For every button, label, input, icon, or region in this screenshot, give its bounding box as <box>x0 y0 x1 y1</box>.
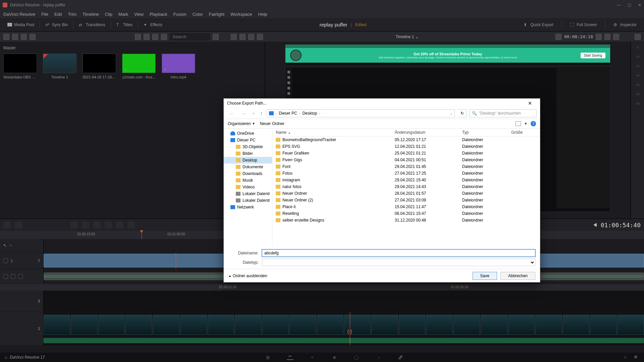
page-media[interactable]: ▦ <box>265 355 271 360</box>
file-row[interactable]: Feuer Grafiken25.04.2021 01:21Dateiordne… <box>272 150 540 157</box>
list-view-icon[interactable] <box>152 34 158 40</box>
settings-icon[interactable]: ⚙ <box>634 355 639 360</box>
project-manager-icon[interactable]: ⌂ <box>624 355 629 360</box>
media-clip[interactable]: 2021-04-28 17-18-... <box>83 54 116 79</box>
mute-icon[interactable] <box>635 34 641 40</box>
tree-node[interactable]: Videos <box>224 184 272 190</box>
file-list[interactable]: Name▲ Änderungsdatum Typ Größe BoonwinsB… <box>272 129 540 247</box>
col-type[interactable]: Typ <box>459 129 508 136</box>
file-row[interactable]: selber erstellte Designs31.12.2020 00:48… <box>272 217 540 224</box>
tree-node[interactable]: 3D-Objekte <box>224 143 272 150</box>
view-append-icon[interactable] <box>21 34 27 40</box>
place-on-top-icon[interactable] <box>116 221 123 229</box>
smart-insert-icon[interactable] <box>70 221 78 229</box>
boring-detector-icon[interactable] <box>3 221 11 229</box>
path-segment-pc[interactable]: Dieser PC <box>279 111 297 116</box>
menu-clip[interactable]: Clip <box>105 12 112 17</box>
file-row[interactable]: Fiverr Gigs04.04.2021 00:51Dateiordner <box>272 157 540 163</box>
page-deliver[interactable]: 🚀 <box>397 355 404 360</box>
transitions-toggle[interactable]: ⇄Transitions <box>75 21 109 28</box>
thumb-view-icon[interactable] <box>135 34 141 40</box>
nav-up-icon[interactable]: ↑ <box>259 111 264 116</box>
chevron-down-icon[interactable]: ⌄ <box>450 112 452 115</box>
effects-toggle[interactable]: ✦Effects <box>140 21 166 28</box>
closeup-icon[interactable] <box>105 221 112 229</box>
menu-davinci[interactable]: DaVinci Resolve <box>3 12 35 17</box>
inspector-toggle[interactable]: ⚙Inspector <box>609 21 641 28</box>
cut-tool-icon[interactable] <box>15 221 22 229</box>
match-frame-icon[interactable] <box>596 34 602 40</box>
menu-help[interactable]: Help <box>258 12 267 17</box>
detail-video-1[interactable]: 1 {·} <box>0 312 644 346</box>
detail-audio-2[interactable]: 2 <box>0 291 644 312</box>
prev-clip-icon[interactable] <box>593 223 597 227</box>
tree-node[interactable]: Musik <box>224 177 272 184</box>
media-clip[interactable]: Timeline 1 <box>43 54 76 79</box>
blade-tool-icon[interactable]: ✂ <box>9 243 12 248</box>
chevron-down-icon[interactable]: ▼ <box>524 122 527 125</box>
tree-node[interactable]: OneDrive <box>224 130 272 137</box>
lock-icon[interactable] <box>3 274 8 279</box>
file-row[interactable]: natur fotos29.04.2021 14:43Dateiordner <box>272 183 540 190</box>
file-row[interactable]: EPS SVG12.04.2021 01:21Dateiordner <box>272 143 540 150</box>
menu-mark[interactable]: Mark <box>118 12 128 17</box>
lock-icon[interactable] <box>3 258 8 263</box>
tree-node[interactable]: Desktop <box>224 157 272 164</box>
tree-node[interactable]: Lokaler Datentr <box>224 197 272 204</box>
nav-back-icon[interactable]: ← <box>227 111 236 116</box>
menu-file[interactable]: File <box>41 12 48 17</box>
menu-edit[interactable]: Edit <box>54 12 62 17</box>
close-button[interactable]: ✕ <box>638 3 641 7</box>
file-row[interactable]: instagram29.04.2021 15:40Dateiordner <box>272 177 540 183</box>
ripple-icon[interactable] <box>93 221 101 229</box>
split-marker-icon[interactable]: {·} <box>347 329 352 334</box>
tree-node[interactable]: Lokaler Datentr <box>224 190 272 197</box>
save-button[interactable]: Save <box>473 272 497 280</box>
col-size[interactable]: Größe <box>508 129 540 136</box>
nav-history-icon[interactable]: ▾ <box>251 112 256 115</box>
tree-node[interactable]: Dieser PC <box>224 137 272 143</box>
menu-fusion[interactable]: Fusion <box>173 12 186 17</box>
titles-toggle[interactable]: TTitles <box>112 21 137 28</box>
page-edit[interactable]: ≡ <box>309 355 316 360</box>
tree-node[interactable]: Dokumente <box>224 164 272 170</box>
organize-menu[interactable]: Organisieren ▼ <box>228 121 255 126</box>
tree-node[interactable]: Netzwerk <box>224 204 272 210</box>
full-screen-button[interactable]: ⛶Full Screen <box>566 21 601 28</box>
speaker-icon[interactable] <box>11 274 15 279</box>
hide-folders-toggle[interactable]: ▲ Ordner ausblenden <box>228 274 267 278</box>
new-folder-button[interactable]: Neuer Ordner <box>260 121 284 126</box>
file-row[interactable]: BoonwinsBattlegroundTracker05.12.2020 17… <box>272 136 540 143</box>
strip-view-icon[interactable] <box>239 34 246 40</box>
page-color[interactable]: ◯ <box>353 355 360 360</box>
sync-bin-toggle[interactable]: ☍Sync Bin <box>41 21 72 28</box>
help-icon[interactable]: ? <box>531 121 536 126</box>
menu-timeline[interactable]: Timeline <box>83 12 99 17</box>
solo-icon[interactable] <box>18 274 23 279</box>
bypass-icon[interactable] <box>257 34 263 40</box>
quick-export-button[interactable]: ⬆Quick Export <box>520 21 557 28</box>
view-refresh-icon[interactable] <box>30 34 36 40</box>
filetype-select[interactable] <box>262 259 535 266</box>
dialog-close-button[interactable]: ✕ <box>523 101 537 106</box>
filename-input[interactable] <box>262 249 535 257</box>
menu-trim[interactable]: Trim <box>68 12 77 17</box>
options-icon[interactable] <box>604 34 610 40</box>
menu-fairlight[interactable]: Fairlight <box>209 12 224 17</box>
view-list-icon[interactable] <box>3 34 9 40</box>
sort-icon[interactable] <box>161 34 167 40</box>
view-insert-icon[interactable] <box>12 34 18 40</box>
media-clip[interactable]: y2mate.com - Kos... <box>122 54 156 79</box>
maximize-button[interactable]: ▢ <box>628 3 631 7</box>
file-row[interactable]: Place it15.04.2021 11:47Dateiordner <box>272 203 540 210</box>
media-search-input[interactable] <box>170 33 210 41</box>
source-view-icon[interactable] <box>231 34 237 40</box>
menu-playback[interactable]: Playback <box>150 12 167 17</box>
target-icon[interactable] <box>613 34 619 40</box>
file-row[interactable]: Font29.04.2021 01:45Dateiordner <box>272 163 540 170</box>
filter-icon[interactable] <box>213 34 219 40</box>
file-row[interactable]: Fotos27.04.2021 17:25Dateiordner <box>272 170 540 177</box>
col-mod[interactable]: Änderungsdatum <box>391 129 459 136</box>
source-overwrite-icon[interactable] <box>127 221 135 229</box>
tree-node[interactable]: Bilder <box>224 150 272 157</box>
